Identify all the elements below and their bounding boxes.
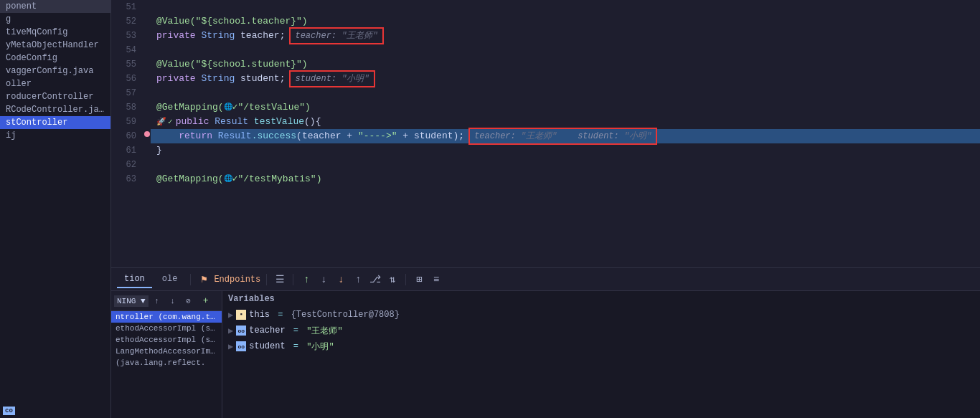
- sidebar-item-g[interactable]: g: [0, 13, 110, 26]
- string-58: "/testValue": [237, 100, 305, 115]
- endpoints-label[interactable]: Endpoints: [214, 275, 260, 285]
- sidebar-item-testcontroller[interactable]: stController: [0, 116, 110, 129]
- fork-icon[interactable]: ⎇: [368, 272, 382, 287]
- sidebar-item-ponent[interactable]: ponent: [0, 0, 110, 13]
- stack-down-icon[interactable]: ↓: [166, 294, 180, 308]
- rocket-icon-59: 🚀: [156, 115, 166, 129]
- stack-item-2[interactable]: ethodAccessorImpl (sun.r: [111, 334, 222, 346]
- breakpoint-marker[interactable]: [144, 131, 150, 137]
- nav-down-orange-icon[interactable]: ↓: [334, 272, 348, 287]
- ln-56: 56: [111, 72, 136, 86]
- var-arrow-this[interactable]: ▶: [228, 310, 233, 320]
- stack-item-4[interactable]: (java.lang.reflect.: [111, 357, 222, 369]
- panel-toolbar: tion ole ⚑ Endpoints ☰ ↑ ↓ ↓ ↑ ⎇ ⇅ ⊞ ≡: [111, 268, 980, 291]
- code-line-54: [151, 43, 980, 57]
- code-line-53: private String teacher; teacher: "王老师": [151, 29, 980, 43]
- stack-up-icon[interactable]: ↑: [150, 294, 164, 308]
- gutter: [143, 0, 151, 267]
- string-52: "${school.teacher}": [196, 14, 302, 29]
- paren2-63: ): [316, 172, 322, 186]
- code-line-56: private String student; student: "小明": [151, 72, 980, 86]
- bottom-panel: tion ole ⚑ Endpoints ☰ ↑ ↓ ↓ ↑ ⎇ ⇅ ⊞ ≡: [111, 267, 980, 418]
- plus2-60: +: [397, 129, 414, 143]
- grid-icon[interactable]: ⊞: [412, 272, 426, 287]
- endpoints-icon[interactable]: ⚑: [197, 272, 211, 287]
- code-line-62: [151, 158, 980, 172]
- alt-fork-icon[interactable]: ⇅: [385, 272, 400, 287]
- sidebar-item-codeconfig[interactable]: CodeConfig: [0, 52, 110, 65]
- stack-add-icon[interactable]: +: [199, 294, 213, 308]
- lines-icon[interactable]: ≡: [429, 272, 443, 287]
- ln-58: 58: [111, 100, 136, 115]
- str-arrow-60: "---->": [358, 129, 397, 143]
- paren3-60: (: [296, 129, 302, 143]
- sep-1: [190, 274, 191, 285]
- stack-filter-icon[interactable]: ⊘: [182, 294, 196, 308]
- ln-52: 52: [111, 14, 136, 29]
- var-val-teacher: "王老师": [306, 325, 342, 337]
- code-content: @Value("${school.teacher}") private Stri…: [151, 0, 980, 267]
- sep-3: [293, 274, 293, 285]
- sidebar: ponent g tiveMqConfig yMetaObjectHandler…: [0, 0, 111, 418]
- tooltip-student-val: student:: [295, 74, 341, 84]
- kw-public-59: public: [176, 115, 215, 129]
- student-60: student: [414, 129, 453, 143]
- annotation-63: @GetMapping(: [156, 172, 224, 186]
- kw-result-59: Result: [215, 115, 254, 129]
- sidebar-item-metaobjecthandler[interactable]: yMetaObjectHandler: [0, 39, 110, 52]
- var-eq-this: =: [273, 310, 288, 320]
- var-name-this: this: [249, 310, 270, 320]
- ln-61: 61: [111, 143, 136, 158]
- variables-title: Variables: [228, 294, 974, 304]
- list-icon[interactable]: ☰: [273, 272, 287, 287]
- tab-ole[interactable]: ole: [155, 271, 185, 288]
- stack-item-3[interactable]: LangMethodAccessorImpl (: [111, 346, 222, 357]
- annotation-55: @Value(: [156, 57, 196, 72]
- sidebar-item-ij[interactable]: ij: [0, 129, 110, 142]
- stack-item-0[interactable]: ntroller (com.wang.test.c: [111, 311, 222, 323]
- stack-toolbar: NING ▼ ↑ ↓ ⊘ +: [111, 291, 222, 311]
- paren-52: ): [302, 14, 308, 29]
- sidebar-item-oller[interactable]: oller: [0, 77, 110, 90]
- code-line-61: }: [151, 143, 980, 158]
- string-55: "${school.student}": [196, 57, 302, 72]
- brace-61: }: [156, 143, 162, 158]
- tooltip-line60: teacher: "王老师" student: "小明": [468, 128, 657, 145]
- tooltip-student2: student:: [578, 131, 624, 141]
- nav-up-green-icon[interactable]: ↑: [299, 272, 314, 287]
- kw-string-53: String: [201, 29, 240, 43]
- sidebar-item-tivemqconfig[interactable]: tiveMqConfig: [0, 26, 110, 39]
- sidebar-item-producercontroller[interactable]: roducerController: [0, 90, 110, 103]
- main-area: ponent g tiveMqConfig yMetaObjectHandler…: [0, 0, 980, 418]
- stack-item-1[interactable]: ethodAccessorImpl (sun.r: [111, 323, 222, 334]
- sidebar-item-swaggerconfig[interactable]: vaggerConfig.java: [0, 65, 110, 77]
- tab-tion[interactable]: tion: [117, 271, 152, 288]
- var-val-student: "小明": [306, 341, 334, 353]
- sidebar-item-rcodecontroller[interactable]: RCodeController.java: [0, 103, 110, 116]
- tooltip-teacher2: teacher:: [474, 131, 521, 141]
- var-eq-student: =: [288, 341, 304, 351]
- nav-up2-icon[interactable]: ↑: [351, 272, 365, 287]
- ln-54: 54: [111, 43, 136, 57]
- kw-return-60: return: [179, 129, 218, 143]
- vee-58: ✓: [232, 100, 238, 115]
- ln-63: 63: [111, 172, 136, 186]
- variables-panel: Variables ▶ ▪ this = {TestController@780…: [222, 291, 980, 418]
- var-eq-teacher: =: [288, 326, 304, 336]
- nav-down-icon[interactable]: ↓: [316, 272, 331, 287]
- ln-55: 55: [111, 57, 136, 72]
- kw-private-56: private: [156, 72, 201, 86]
- paren2-58: ): [305, 100, 311, 115]
- var-row-this: ▶ ▪ this = {TestController@7808}: [228, 307, 974, 323]
- var-row-teacher: ▶ oo teacher = "王老师": [228, 323, 974, 338]
- code-line-57: [151, 86, 980, 100]
- var-arrow-student[interactable]: ▶: [228, 341, 233, 352]
- code-line-63: @GetMapping(🌐✓"/testMybatis"): [151, 172, 980, 186]
- line-numbers: 51 52 53 54 55 56 57 58 59 60 61 62 63: [111, 0, 143, 267]
- stack-dropdown[interactable]: NING ▼: [114, 295, 149, 307]
- code-line-58: @GetMapping(🌐✓"/testValue"): [151, 100, 980, 115]
- annotation-52: @Value(: [156, 14, 196, 29]
- ln-57: 57: [111, 86, 136, 100]
- var-arrow-teacher[interactable]: ▶: [228, 326, 233, 336]
- var-row-student: ▶ oo student = "小明": [228, 338, 974, 354]
